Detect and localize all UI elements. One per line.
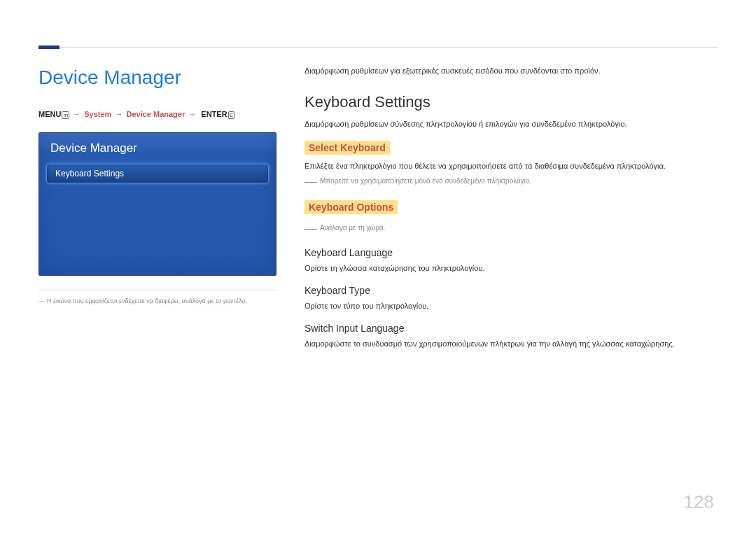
intro-text: Διαμόρφωση ρυθμίσεων για εξωτερικές συσκ… [304,66,710,75]
page-number: 128 [684,491,714,513]
keyboard-options-note: ―Ανάλογα με τη χώρα. [304,221,710,236]
heading-switch-input-language: Switch Input Language [304,323,710,334]
section-keyboard-settings: Keyboard Settings [304,93,710,111]
select-keyboard-note-text: Μπορείτε να χρησιμοποιήσετε μόνο ένα συν… [320,177,531,185]
keyboard-options-note-text: Ανάλογα με τη χώρα. [320,224,386,232]
note-dash-icon: ― [38,297,45,304]
keyboard-settings-desc: Διαμόρφωση ρυθμίσεων σύνδεσης πληκτρολογ… [304,120,710,128]
breadcrumb-menu: MENU [38,110,61,118]
keyboard-language-desc: Ορίστε τη γλώσσα καταχώρησης του πληκτρο… [304,264,710,272]
breadcrumb-arrow: → [73,110,80,118]
osd-panel: Device Manager Keyboard Settings [38,132,276,276]
heading-keyboard-type: Keyboard Type [304,285,710,296]
left-divider [38,290,276,290]
dash-icon: ― [304,174,317,188]
heading-select-keyboard: Select Keyboard [304,141,390,155]
keyboard-type-desc: Ορίστε τον τύπο του πληκτρολογίου. [304,302,710,310]
osd-title: Device Manager [39,133,276,162]
left-column: Device Manager MENUm → System → Device M… [38,66,287,304]
heading-keyboard-language: Keyboard Language [304,247,710,258]
enter-icon: E [228,111,234,119]
model-note: ―Η εικόνα που εμφανίζεται ενδέχεται να δ… [38,297,287,304]
breadcrumb-system: System [84,110,111,118]
select-keyboard-note: ―Μπορείτε να χρησιμοποιήσετε μόνο ένα συ… [304,174,710,189]
breadcrumb-arrow: → [188,110,196,118]
header-accent [38,45,59,49]
menu-icon: m [62,111,69,119]
osd-item-keyboard-settings[interactable]: Keyboard Settings [46,164,269,183]
select-keyboard-desc: Επιλέξτε ένα πληκτρολόγιο που θέλετε να … [304,162,710,170]
model-note-text: Η εικόνα που εμφανίζεται ενδέχεται να δι… [47,297,247,304]
dash-icon: ― [304,221,317,235]
breadcrumb-device-manager: Device Manager [126,110,185,118]
heading-keyboard-options: Keyboard Options [304,200,398,214]
breadcrumb-arrow: → [115,110,122,118]
switch-input-language-desc: Διαμορφώστε το συνδυασμό των χρησιμοποιο… [304,339,710,348]
page-title: Device Manager [38,66,287,89]
header-rule [59,47,718,48]
right-column: Διαμόρφωση ρυθμίσεων για εξωτερικές συσκ… [304,66,710,360]
breadcrumb-enter: ENTER [201,110,227,118]
breadcrumb: MENUm → System → Device Manager → ENTERE [38,110,287,118]
page-body: Device Manager MENUm → System → Device M… [38,66,718,360]
